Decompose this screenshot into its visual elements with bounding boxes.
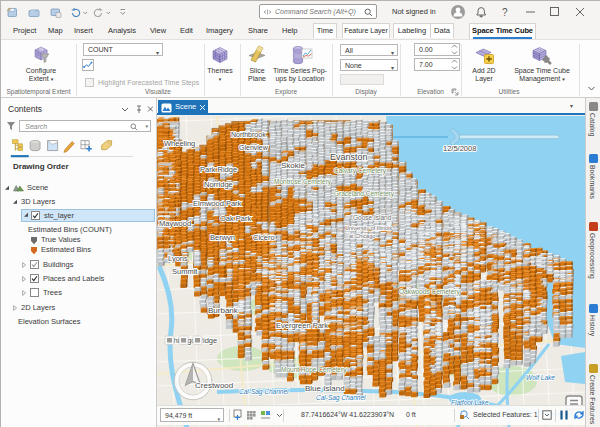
svg-text:Cicero: Cicero xyxy=(253,233,275,242)
svg-text:Berwyn: Berwyn xyxy=(210,233,235,242)
svg-text:Park Ridge: Park Ridge xyxy=(200,165,237,174)
svg-text:Crestwood: Crestwood xyxy=(195,381,233,390)
svg-text:Goose Island: Goose Island xyxy=(353,214,392,221)
svg-text:Skokie: Skokie xyxy=(281,161,306,170)
svg-text:Northbrook: Northbrook xyxy=(231,131,266,138)
svg-text:Lyons: Lyons xyxy=(168,254,188,263)
svg-text:Mount Hope Cemetery: Mount Hope Cemetery xyxy=(281,366,347,374)
svg-text:Burbank: Burbank xyxy=(208,306,239,315)
svg-text:Cal-Sag Channel: Cal-Sag Channel xyxy=(239,388,289,396)
svg-text:Wheeling: Wheeling xyxy=(164,139,195,148)
svg-text:Evanston: Evanston xyxy=(330,152,368,162)
svg-text:Oakwoods Cemetery: Oakwoods Cemetery xyxy=(399,288,460,296)
svg-text:University of Illinois: University of Illinois xyxy=(345,225,392,231)
svg-text:Wolf Lake: Wolf Lake xyxy=(526,374,555,381)
svg-text:Cal-Sag Channel: Cal-Sag Channel xyxy=(316,394,366,402)
svg-text:Oak Park: Oak Park xyxy=(220,214,252,223)
svg-text:?: ? xyxy=(502,7,508,18)
svg-text:Calvary Cemetery: Calvary Cemetery xyxy=(334,167,387,175)
svg-text:Montrose Cemetery: Montrose Cemetery xyxy=(274,178,332,186)
svg-text:Graceland Cemetery: Graceland Cemetery xyxy=(334,190,395,198)
svg-text:12/5/2008: 12/5/2008 xyxy=(443,144,476,153)
svg-text:Elmwood Park: Elmwood Park xyxy=(193,199,242,208)
svg-text:Norridge: Norridge xyxy=(204,180,233,189)
svg-text:at Chicago: at Chicago xyxy=(349,233,375,239)
svg-text:Chicago Ridge: Chicago Ridge xyxy=(168,336,217,345)
svg-text:Maywood: Maywood xyxy=(159,219,191,228)
svg-text:Evergreen Park: Evergreen Park xyxy=(276,321,328,330)
svg-text:Glenview: Glenview xyxy=(239,144,269,151)
svg-text:Blue Island: Blue Island xyxy=(305,384,345,393)
svg-text:Summit: Summit xyxy=(172,267,198,276)
